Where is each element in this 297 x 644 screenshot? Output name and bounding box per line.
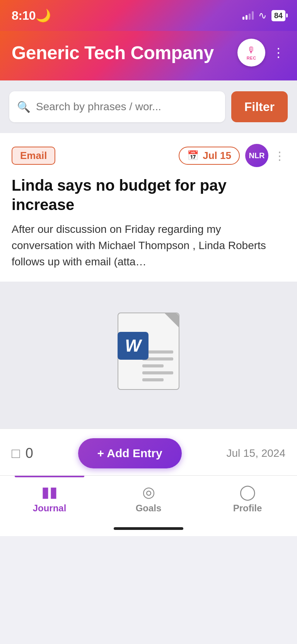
- search-box: 🔍: [9, 91, 225, 122]
- search-input[interactable]: [36, 101, 217, 113]
- add-entry-button[interactable]: + Add Entry: [78, 438, 182, 468]
- status-bar: 8:10🌙 ∿ 84: [0, 0, 297, 31]
- more-menu-button[interactable]: ⋮: [272, 46, 285, 59]
- tab-bar: ▮▮ Journal ◎ Goals ◯ Profile: [0, 475, 297, 521]
- comment-area: □ 0: [12, 445, 33, 461]
- battery-indicator: 84: [271, 10, 285, 21]
- entry-meta: 📅 Jul 15 NLR ⋮: [179, 144, 285, 167]
- filter-button[interactable]: Filter: [231, 91, 288, 122]
- signal-icon: [242, 11, 254, 20]
- search-icon: 🔍: [17, 101, 31, 113]
- avatar: NLR: [245, 144, 268, 167]
- entry-title: Linda says no budget for pay increase: [12, 176, 285, 214]
- header-actions: 🎙 REC ⋮: [237, 39, 285, 67]
- header: Generic Tech Company 🎙 REC ⋮: [0, 31, 297, 80]
- tab-goals-label: Goals: [136, 503, 162, 514]
- comment-icon: □: [12, 445, 20, 461]
- status-icons: ∿ 84: [242, 10, 285, 22]
- wifi-icon: ∿: [258, 10, 267, 22]
- tab-profile[interactable]: ◯ Profile: [198, 476, 297, 521]
- calendar-icon: 📅: [187, 150, 199, 161]
- word-doc-area: W: [0, 282, 297, 429]
- rec-button[interactable]: 🎙 REC: [237, 39, 265, 67]
- word-document-icon: W: [118, 313, 179, 390]
- rec-label: REC: [247, 56, 256, 60]
- home-bar: [114, 527, 183, 530]
- goals-icon: ◎: [142, 483, 155, 501]
- entry-type-badge: Email: [12, 147, 55, 165]
- app-title: Generic Tech Company: [12, 42, 214, 63]
- search-area: 🔍 Filter: [0, 80, 297, 133]
- entry-more-button[interactable]: ⋮: [274, 149, 285, 162]
- tab-journal-label: Journal: [33, 503, 67, 514]
- page-corner: [165, 313, 179, 327]
- word-w-badge: W: [118, 332, 148, 360]
- profile-icon: ◯: [239, 483, 256, 501]
- entry-header: Email 📅 Jul 15 NLR ⋮: [12, 144, 285, 167]
- tab-profile-label: Profile: [233, 503, 262, 514]
- tab-goals[interactable]: ◎ Goals: [99, 476, 198, 521]
- bottom-date: Jul 15, 2024: [226, 447, 285, 460]
- home-indicator: [0, 521, 297, 536]
- status-time: 8:10🌙: [12, 8, 51, 23]
- journal-icon: ▮▮: [41, 483, 58, 501]
- mic-icon: 🎙: [247, 45, 256, 55]
- bottom-bar: □ 0 + Add Entry Jul 15, 2024: [0, 429, 297, 475]
- entry-date-badge: 📅 Jul 15: [179, 147, 240, 165]
- entry-preview: After our discussion on Friday regarding…: [12, 221, 285, 270]
- entry-card: Email 📅 Jul 15 NLR ⋮ Linda says no budge…: [0, 133, 297, 282]
- tab-journal[interactable]: ▮▮ Journal: [0, 476, 99, 521]
- comment-count: 0: [26, 445, 33, 461]
